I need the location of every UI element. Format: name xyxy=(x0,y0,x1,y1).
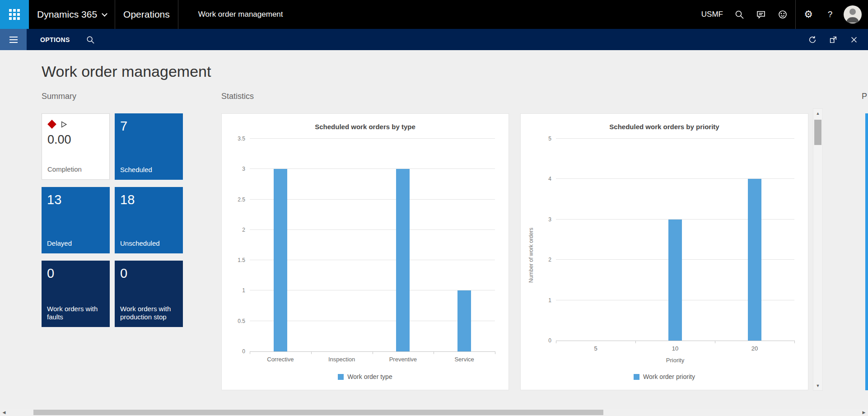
tile-label: Delayed xyxy=(47,239,104,249)
tile-label: Scheduled xyxy=(120,166,177,175)
gear-icon: ⚙ xyxy=(804,9,813,19)
horizontal-scrollbar-thumb[interactable] xyxy=(33,410,603,415)
feedback-button[interactable] xyxy=(750,0,772,29)
tile-work-orders-with-production-stop[interactable]: 0 Work orders with production stop xyxy=(115,261,183,327)
chart-legend: Work order type xyxy=(222,374,509,390)
chevron-down-icon xyxy=(102,11,107,17)
scroll-right-arrow-icon[interactable]: ▶ xyxy=(860,409,868,416)
vertical-scrollbar-thumb[interactable] xyxy=(814,120,821,145)
y-tick-label: 1.5 xyxy=(238,257,245,263)
x-tick-label: Inspection xyxy=(328,356,355,363)
tile-value: 7 xyxy=(120,119,177,134)
tile-label: Completion xyxy=(47,165,104,175)
horizontal-scrollbar[interactable]: ◀ ▶ xyxy=(0,409,868,416)
search-icon xyxy=(86,36,94,44)
avatar[interactable] xyxy=(844,5,862,23)
chart-plot: Priority 01234551020 xyxy=(556,139,794,341)
divider xyxy=(795,0,796,29)
workspace-content: Work order management Summary Statistics… xyxy=(0,50,868,409)
next-section-partial-label: P xyxy=(862,92,867,101)
summary-tiles: 0.00 Completion 7 Scheduled 13 Delayed 1… xyxy=(42,113,183,327)
tile-value: 18 xyxy=(120,192,177,207)
x-tick-label: 20 xyxy=(751,345,758,352)
y-tick-label: 5 xyxy=(548,136,551,142)
axis-tick xyxy=(715,341,715,343)
tile-label: Unscheduled xyxy=(120,239,177,249)
app-launcher-button[interactable] xyxy=(0,0,29,29)
chart-title: Scheduled work orders by type xyxy=(222,114,509,131)
waffle-icon xyxy=(9,9,20,20)
chart-bar[interactable] xyxy=(668,220,682,341)
y-tick-label: 0 xyxy=(548,337,551,344)
chart-legend: Work order priority xyxy=(521,374,808,390)
x-tick-label: 5 xyxy=(594,345,597,352)
chart-bar[interactable] xyxy=(457,290,471,351)
x-tick-label: Service xyxy=(454,356,474,363)
chart-plot: 00.511.522.533.5CorrectiveInspectionPrev… xyxy=(250,139,495,352)
tile-scheduled[interactable]: 7 Scheduled xyxy=(115,113,183,180)
scroll-down-arrow-icon[interactable]: ▼ xyxy=(813,381,822,390)
chart-bar[interactable] xyxy=(748,179,761,341)
tile-label: Work orders with production stop xyxy=(120,305,177,323)
options-menu[interactable]: OPTIONS xyxy=(40,36,70,43)
topbar-context-title: Work order management xyxy=(198,10,283,19)
tile-delayed[interactable]: 13 Delayed xyxy=(42,187,110,253)
close-button[interactable] xyxy=(844,29,864,50)
help-icon: ? xyxy=(828,9,833,19)
company-selector[interactable]: USMF xyxy=(701,10,723,19)
hamburger-icon xyxy=(9,37,18,37)
search-button[interactable] xyxy=(728,0,750,29)
x-axis-title: Priority xyxy=(666,357,684,364)
red-diamond-icon xyxy=(47,120,56,129)
refresh-icon xyxy=(808,35,817,44)
chart-bar[interactable] xyxy=(396,169,410,351)
legend-label: Work order priority xyxy=(643,373,695,380)
y-tick-label: 3.5 xyxy=(238,136,245,142)
y-tick-label: 1 xyxy=(242,287,245,294)
tile-value: 0.00 xyxy=(47,133,104,147)
axis-tick xyxy=(373,351,373,354)
chart-body: 00.511.522.533.5CorrectiveInspectionPrev… xyxy=(222,131,509,374)
chart-body: Number of work orders Priority 012345510… xyxy=(521,131,808,374)
brand-menu[interactable]: Dynamics 365 xyxy=(37,9,107,20)
legend-swatch xyxy=(634,374,639,380)
page-title: Work order management xyxy=(42,63,211,80)
gridline xyxy=(250,138,495,139)
y-tick-label: 4 xyxy=(548,176,551,182)
nav-search-button[interactable] xyxy=(86,36,94,44)
settings-button[interactable]: ⚙ xyxy=(798,0,819,29)
search-icon xyxy=(735,10,744,19)
y-tick-label: 2 xyxy=(242,227,245,233)
chart-bar[interactable] xyxy=(274,169,287,351)
gridline xyxy=(556,138,794,139)
tile-unscheduled[interactable]: 18 Unscheduled xyxy=(115,187,183,253)
scroll-up-arrow-icon[interactable]: ▲ xyxy=(813,109,822,118)
chart-work-orders-by-priority: Scheduled work orders by priority Number… xyxy=(520,113,808,390)
tile-work-orders-with-faults[interactable]: 0 Work orders with faults xyxy=(42,261,110,327)
summary-section-label: Summary xyxy=(42,92,76,101)
axis-tick xyxy=(311,351,312,354)
tile-completion[interactable]: 0.00 Completion xyxy=(42,113,110,180)
top-bar: Dynamics 365 Operations Work order manag… xyxy=(0,0,868,29)
smiley-button[interactable] xyxy=(772,0,793,29)
scroll-left-arrow-icon[interactable]: ◀ xyxy=(0,409,8,416)
tile-kpi-icons xyxy=(47,119,104,129)
axis-tick xyxy=(635,341,636,343)
axis-tick xyxy=(556,341,556,343)
help-button[interactable]: ? xyxy=(819,0,841,29)
y-tick-label: 2 xyxy=(548,257,551,263)
chart-work-orders-by-type: Scheduled work orders by type 00.511.522… xyxy=(221,113,509,390)
brand-label: Dynamics 365 xyxy=(37,9,97,20)
refresh-button[interactable] xyxy=(802,29,823,50)
axis-tick xyxy=(434,351,434,354)
product-label[interactable]: Operations xyxy=(123,9,170,20)
y-axis-title: Number of work orders xyxy=(528,137,534,374)
nav-menu-button[interactable] xyxy=(0,29,27,50)
axis-tick xyxy=(794,341,795,343)
open-new-window-button[interactable] xyxy=(823,29,844,50)
tile-value: 0 xyxy=(47,266,104,281)
nav-right-cluster xyxy=(802,29,864,50)
x-tick-label: Preventive xyxy=(389,356,417,363)
axis-tick xyxy=(495,351,495,354)
vertical-scrollbar[interactable]: ▲ ▼ xyxy=(813,108,823,391)
